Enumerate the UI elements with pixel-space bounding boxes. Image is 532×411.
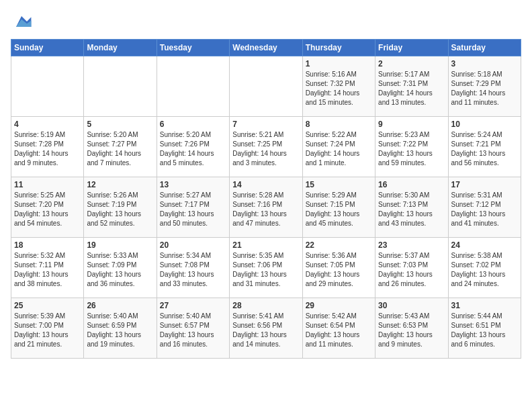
header-day-monday: Monday (84, 40, 157, 56)
day-info: Sunrise: 5:24 AM Sunset: 7:21 PM Dayligh… (451, 130, 518, 168)
logo (11, 11, 35, 32)
day-info: Sunrise: 5:23 AM Sunset: 7:22 PM Dayligh… (378, 130, 445, 168)
day-cell (11, 56, 84, 117)
day-cell: 6Sunrise: 5:20 AM Sunset: 7:26 PM Daylig… (157, 117, 229, 177)
day-number: 12 (87, 180, 153, 189)
week-row-3: 11Sunrise: 5:25 AM Sunset: 7:20 PM Dayli… (11, 177, 521, 238)
day-info: Sunrise: 5:37 AM Sunset: 7:03 PM Dayligh… (378, 251, 445, 289)
day-number: 9 (378, 120, 445, 129)
day-info: Sunrise: 5:39 AM Sunset: 7:00 PM Dayligh… (14, 312, 81, 349)
calendar-table: SundayMondayTuesdayWednesdayThursdayFrid… (11, 39, 521, 359)
day-cell: 14Sunrise: 5:28 AM Sunset: 7:16 PM Dayli… (230, 177, 302, 238)
day-number: 15 (306, 180, 372, 189)
header-day-saturday: Saturday (448, 40, 521, 56)
header-day-sunday: Sunday (11, 40, 84, 56)
header-day-friday: Friday (375, 40, 448, 56)
day-info: Sunrise: 5:19 AM Sunset: 7:28 PM Dayligh… (14, 130, 81, 168)
day-info: Sunrise: 5:44 AM Sunset: 6:51 PM Dayligh… (451, 312, 518, 349)
day-info: Sunrise: 5:36 AM Sunset: 7:05 PM Dayligh… (306, 251, 372, 289)
week-row-1: 1Sunrise: 5:16 AM Sunset: 7:32 PM Daylig… (11, 56, 521, 117)
day-cell: 8Sunrise: 5:22 AM Sunset: 7:24 PM Daylig… (302, 117, 375, 177)
header-day-tuesday: Tuesday (157, 40, 229, 56)
day-number: 21 (232, 240, 299, 250)
day-number: 6 (160, 120, 226, 129)
day-cell: 31Sunrise: 5:44 AM Sunset: 6:51 PM Dayli… (448, 298, 521, 359)
day-number: 30 (378, 301, 445, 310)
day-info: Sunrise: 5:28 AM Sunset: 7:16 PM Dayligh… (232, 191, 299, 228)
day-number: 22 (306, 240, 372, 250)
day-cell: 27Sunrise: 5:40 AM Sunset: 6:57 PM Dayli… (157, 298, 229, 359)
day-cell: 29Sunrise: 5:42 AM Sunset: 6:54 PM Dayli… (302, 298, 375, 359)
day-info: Sunrise: 5:43 AM Sunset: 6:53 PM Dayligh… (378, 312, 445, 349)
day-number: 11 (14, 180, 81, 189)
day-number: 26 (87, 301, 153, 310)
day-cell: 30Sunrise: 5:43 AM Sunset: 6:53 PM Dayli… (375, 298, 448, 359)
day-cell: 7Sunrise: 5:21 AM Sunset: 7:25 PM Daylig… (230, 117, 302, 177)
day-cell: 18Sunrise: 5:32 AM Sunset: 7:11 PM Dayli… (11, 238, 84, 298)
calendar-header: SundayMondayTuesdayWednesdayThursdayFrid… (11, 40, 521, 56)
day-info: Sunrise: 5:17 AM Sunset: 7:31 PM Dayligh… (378, 70, 445, 107)
day-info: Sunrise: 5:42 AM Sunset: 6:54 PM Dayligh… (306, 312, 372, 349)
day-number: 31 (451, 301, 518, 310)
day-number: 20 (160, 240, 226, 250)
day-cell: 9Sunrise: 5:23 AM Sunset: 7:22 PM Daylig… (375, 117, 448, 177)
day-number: 25 (14, 301, 81, 310)
day-cell: 25Sunrise: 5:39 AM Sunset: 7:00 PM Dayli… (11, 298, 84, 359)
day-info: Sunrise: 5:29 AM Sunset: 7:15 PM Dayligh… (306, 191, 372, 228)
day-info: Sunrise: 5:21 AM Sunset: 7:25 PM Dayligh… (232, 130, 299, 168)
day-cell: 2Sunrise: 5:17 AM Sunset: 7:31 PM Daylig… (375, 56, 448, 117)
day-number: 23 (378, 240, 445, 250)
day-info: Sunrise: 5:25 AM Sunset: 7:20 PM Dayligh… (14, 191, 81, 228)
day-info: Sunrise: 5:41 AM Sunset: 6:56 PM Dayligh… (232, 312, 299, 349)
day-number: 10 (451, 120, 518, 129)
day-info: Sunrise: 5:30 AM Sunset: 7:13 PM Dayligh… (378, 191, 445, 228)
day-info: Sunrise: 5:27 AM Sunset: 7:17 PM Dayligh… (160, 191, 226, 228)
page-header (11, 11, 521, 32)
day-info: Sunrise: 5:34 AM Sunset: 7:08 PM Dayligh… (160, 251, 226, 289)
day-cell: 1Sunrise: 5:16 AM Sunset: 7:32 PM Daylig… (302, 56, 375, 117)
day-cell: 20Sunrise: 5:34 AM Sunset: 7:08 PM Dayli… (157, 238, 229, 298)
day-cell: 21Sunrise: 5:35 AM Sunset: 7:06 PM Dayli… (230, 238, 302, 298)
day-number: 1 (306, 59, 372, 68)
day-cell (84, 56, 157, 117)
day-cell: 12Sunrise: 5:26 AM Sunset: 7:19 PM Dayli… (84, 177, 157, 238)
day-cell: 5Sunrise: 5:20 AM Sunset: 7:27 PM Daylig… (84, 117, 157, 177)
day-number: 27 (160, 301, 226, 310)
day-cell: 15Sunrise: 5:29 AM Sunset: 7:15 PM Dayli… (302, 177, 375, 238)
header-day-thursday: Thursday (302, 40, 375, 56)
day-info: Sunrise: 5:18 AM Sunset: 7:29 PM Dayligh… (451, 70, 518, 107)
header-day-wednesday: Wednesday (230, 40, 302, 56)
day-number: 5 (87, 120, 153, 129)
day-cell: 13Sunrise: 5:27 AM Sunset: 7:17 PM Dayli… (157, 177, 229, 238)
day-cell: 19Sunrise: 5:33 AM Sunset: 7:09 PM Dayli… (84, 238, 157, 298)
day-info: Sunrise: 5:26 AM Sunset: 7:19 PM Dayligh… (87, 191, 153, 228)
day-cell: 10Sunrise: 5:24 AM Sunset: 7:21 PM Dayli… (448, 117, 521, 177)
day-cell: 17Sunrise: 5:31 AM Sunset: 7:12 PM Dayli… (448, 177, 521, 238)
day-number: 17 (451, 180, 518, 189)
week-row-2: 4Sunrise: 5:19 AM Sunset: 7:28 PM Daylig… (11, 117, 521, 177)
day-number: 18 (14, 240, 81, 250)
day-info: Sunrise: 5:20 AM Sunset: 7:27 PM Dayligh… (87, 130, 153, 168)
day-info: Sunrise: 5:31 AM Sunset: 7:12 PM Dayligh… (451, 191, 518, 228)
day-info: Sunrise: 5:33 AM Sunset: 7:09 PM Dayligh… (87, 251, 153, 289)
day-number: 13 (160, 180, 226, 189)
day-cell: 11Sunrise: 5:25 AM Sunset: 7:20 PM Dayli… (11, 177, 84, 238)
day-number: 3 (451, 59, 518, 68)
day-number: 4 (14, 120, 81, 129)
day-info: Sunrise: 5:40 AM Sunset: 6:59 PM Dayligh… (87, 312, 153, 349)
day-cell: 26Sunrise: 5:40 AM Sunset: 6:59 PM Dayli… (84, 298, 157, 359)
day-info: Sunrise: 5:38 AM Sunset: 7:02 PM Dayligh… (451, 251, 518, 289)
day-number: 16 (378, 180, 445, 189)
day-number: 8 (306, 120, 372, 129)
calendar-body: 1Sunrise: 5:16 AM Sunset: 7:32 PM Daylig… (11, 56, 521, 359)
day-info: Sunrise: 5:16 AM Sunset: 7:32 PM Dayligh… (306, 70, 372, 107)
day-cell: 24Sunrise: 5:38 AM Sunset: 7:02 PM Dayli… (448, 238, 521, 298)
day-cell: 16Sunrise: 5:30 AM Sunset: 7:13 PM Dayli… (375, 177, 448, 238)
logo-icon (11, 11, 32, 32)
day-number: 2 (378, 59, 445, 68)
week-row-5: 25Sunrise: 5:39 AM Sunset: 7:00 PM Dayli… (11, 298, 521, 359)
header-row: SundayMondayTuesdayWednesdayThursdayFrid… (11, 40, 521, 56)
day-number: 19 (87, 240, 153, 250)
day-number: 28 (232, 301, 299, 310)
day-number: 24 (451, 240, 518, 250)
